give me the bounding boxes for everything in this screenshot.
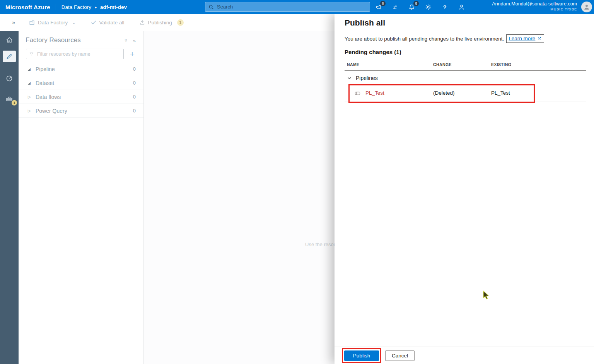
resource-filter[interactable] [26, 49, 124, 59]
nav-author[interactable] [0, 49, 19, 63]
gauge-icon [5, 75, 13, 82]
feedback-icon[interactable] [457, 2, 466, 12]
publishing-badge: 1 [177, 19, 184, 26]
row-change: (Deleted) [433, 90, 455, 96]
settings-gear-icon[interactable] [423, 2, 433, 12]
tree-expander-icon[interactable]: ◢ [28, 81, 36, 85]
collapse-pane-icon[interactable]: « [133, 37, 136, 43]
row-existing: PL_Test [491, 90, 510, 96]
breadcrumb-instance[interactable]: adf-mt-dev [100, 4, 127, 10]
left-nav-rail: 1 [0, 31, 19, 364]
factory-resources-title: Factory Resources [26, 36, 119, 44]
breadcrumb-chevron-icon: ▸ [95, 5, 97, 9]
tree-expander-icon[interactable]: ◢ [28, 67, 36, 71]
pipeline-icon [355, 90, 360, 98]
publishing-button[interactable]: Publishing 1 [139, 19, 184, 26]
nav-manage[interactable]: 1 [0, 92, 19, 105]
learn-more-link[interactable]: Learn more [506, 34, 544, 43]
tree-item-power-query[interactable]: ▷ Power Query 0 [19, 104, 143, 118]
data-factory-label: Data Factory [38, 20, 68, 26]
col-name: NAME [347, 62, 360, 67]
panel-footer: Publish Cancel [335, 347, 594, 364]
switch-directory-icon[interactable] [390, 2, 399, 12]
panel-description: You are about to publish all pending cha… [345, 36, 504, 42]
publishing-label: Publishing [148, 20, 172, 26]
tree-item-data-flows[interactable]: ▷ Data flows 0 [19, 90, 143, 104]
avatar[interactable] [581, 2, 592, 12]
canvas-hint-text: Use the resou [305, 242, 335, 247]
resource-tree: ◢ Pipeline 0 ◢ Dataset 0 ▷ Data flows 0 … [19, 62, 143, 118]
account-tenant: MUSIC TRIBE [492, 7, 577, 12]
home-icon [5, 36, 13, 44]
publish-all-panel: Publish all You are about to publish all… [335, 14, 594, 364]
author-canvas: Use the resou [144, 31, 335, 364]
search-icon [208, 4, 214, 10]
tree-count: 0 [133, 108, 136, 114]
row-name: PL_Test [365, 90, 384, 96]
col-existing: EXISTING [491, 62, 511, 67]
nav-monitor[interactable] [0, 71, 19, 85]
account-email: Arindam.Mondal@sonata-software.com [492, 1, 577, 7]
breadcrumb: Data Factory ▸ adf-mt-dev [61, 4, 127, 10]
add-resource-button[interactable]: + [128, 50, 137, 58]
annotation-box-publish: Publish [342, 348, 381, 363]
data-factory-dropdown[interactable]: Data Factory ⌄ [29, 19, 76, 26]
panel-title: Publish all [345, 18, 385, 27]
announcements-badge: 6 [380, 1, 386, 6]
tree-item-dataset[interactable]: ◢ Dataset 0 [19, 76, 143, 90]
filter-funnel-icon [29, 51, 34, 56]
double-chevron-right-icon: » [12, 19, 15, 26]
breadcrumb-app[interactable]: Data Factory [61, 4, 91, 10]
azure-brand[interactable]: Microsoft Azure [5, 4, 50, 10]
pending-changes-heading: Pending changes (1) [345, 49, 401, 55]
azure-topbar: Microsoft Azure Data Factory ▸ adf-mt-de… [0, 0, 594, 14]
validate-all-button[interactable]: Validate all [90, 19, 125, 26]
topbar-icons: 6 8 ? [374, 0, 466, 14]
resource-filter-input[interactable] [36, 51, 121, 57]
validate-check-icon [90, 19, 97, 26]
col-change: CHANGE [433, 62, 452, 67]
cancel-button[interactable]: Cancel [385, 350, 415, 361]
tree-item-pipeline[interactable]: ◢ Pipeline 0 [19, 62, 143, 76]
pipelines-group-row[interactable]: Pipelines [345, 71, 586, 85]
table-row[interactable]: PL_Test (Deleted) PL_Test [345, 85, 586, 102]
tree-count: 0 [133, 66, 136, 72]
notifications-bell-icon[interactable]: 8 [407, 2, 416, 12]
tree-count: 0 [133, 94, 136, 100]
external-link-icon [537, 36, 542, 41]
help-icon[interactable]: ? [440, 2, 449, 12]
pending-changes-table: NAME CHANGE EXISTING Pipelines PL_Test (… [345, 60, 586, 102]
nav-home[interactable] [0, 33, 19, 47]
table-header: NAME CHANGE EXISTING [345, 60, 586, 71]
global-search[interactable] [205, 2, 370, 12]
factory-icon [29, 19, 35, 26]
validate-all-label: Validate all [99, 20, 125, 26]
chevron-down-icon: ⌄ [72, 20, 75, 25]
author-toolbar: Data Factory ⌄ Validate all Publishing 1 [19, 14, 335, 31]
collapse-all-icon[interactable]: » [123, 39, 129, 41]
nav-expand-button[interactable]: » [0, 14, 19, 31]
tree-count: 0 [133, 80, 136, 86]
account-info[interactable]: Arindam.Mondal@sonata-software.com MUSIC… [492, 1, 577, 12]
pencil-icon [6, 53, 13, 60]
publish-arrow-icon [139, 19, 145, 26]
tree-expander-icon[interactable]: ▷ [28, 109, 36, 113]
search-input[interactable] [216, 3, 367, 10]
left-nav: » 1 [0, 14, 19, 364]
chevron-down-icon [347, 76, 352, 81]
tree-expander-icon[interactable]: ▷ [28, 95, 36, 99]
publish-button[interactable]: Publish [344, 350, 379, 361]
manage-badge: 1 [12, 100, 17, 105]
topbar-divider [56, 4, 56, 10]
person-icon [583, 3, 590, 10]
factory-resources-pane: Factory Resources » « + ◢ Pipeline 0 ◢ D… [19, 31, 144, 364]
announcements-icon[interactable]: 6 [374, 2, 383, 12]
notifications-badge: 8 [413, 1, 419, 6]
